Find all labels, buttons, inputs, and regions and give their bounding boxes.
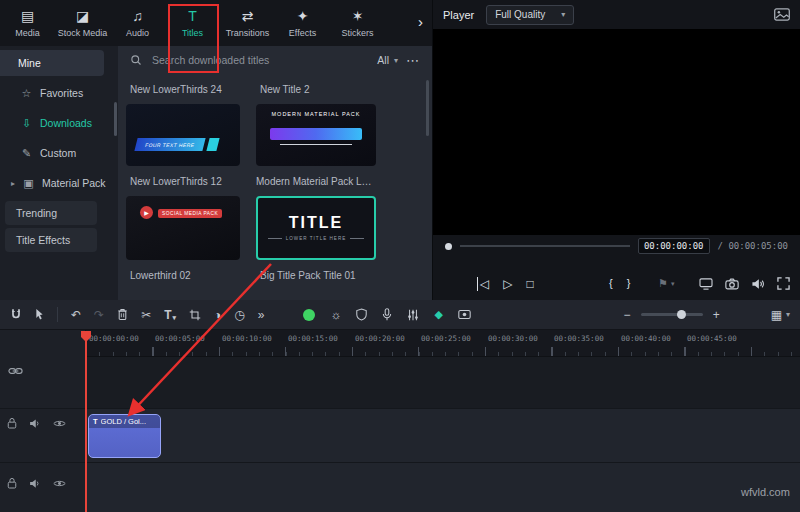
mute-track-icon[interactable] — [29, 478, 41, 489]
voiceover-mic-icon[interactable] — [382, 308, 392, 321]
clip-label: GOLD / Gol... — [101, 417, 146, 426]
playhead-line[interactable] — [85, 336, 87, 512]
toolbar-divider — [57, 307, 58, 322]
track-1[interactable] — [86, 408, 800, 464]
track2-controls — [7, 477, 66, 489]
undo-icon[interactable]: ↶ — [71, 309, 81, 321]
split-scissors-icon[interactable]: ✂ — [141, 309, 151, 321]
sidebar-item-downloads[interactable]: ⇩ Downloads — [0, 108, 118, 138]
mute-track-icon[interactable] — [29, 418, 41, 429]
sidebar-scrollbar[interactable] — [114, 102, 117, 136]
screen-record-icon[interactable] — [458, 309, 471, 320]
timeline-clip-gold-title[interactable]: T GOLD / Gol... — [88, 414, 161, 458]
audio-mixer-icon[interactable] — [407, 309, 419, 321]
pencil-icon: ✎ — [20, 147, 33, 160]
sidebar-item-mine[interactable]: Mine — [0, 50, 104, 76]
preview-tools-group — [699, 277, 790, 290]
player-header: Player Full Quality ▾ — [433, 0, 800, 29]
timeline-ruler[interactable]: 00:00:00:00 00:00:05:00 00:00:10:00 00:0… — [86, 330, 800, 357]
tab-effects[interactable]: ✦ Effects — [275, 9, 330, 38]
filter-dropdown[interactable]: All ▾ — [377, 54, 398, 66]
fit-display-icon[interactable] — [699, 278, 713, 290]
download-icon: ⇩ — [20, 117, 33, 130]
library-scrollbar[interactable] — [426, 80, 429, 136]
stop-button[interactable]: □ — [526, 277, 533, 291]
preview-display-icon[interactable] — [774, 8, 790, 21]
hide-track-icon[interactable] — [53, 419, 66, 428]
mark-out-button[interactable]: } — [627, 277, 631, 289]
transitions-icon: ⇄ — [242, 9, 254, 25]
speed-tool-icon[interactable]: ◷ — [234, 309, 244, 321]
zoom-controls: − + — [624, 309, 720, 321]
chevron-down-icon: ▾ — [561, 10, 565, 19]
template-modern-material-pack[interactable]: MODERN MATERIAL PACK — [256, 104, 376, 166]
crop-icon[interactable] — [189, 309, 201, 321]
more-tabs-button[interactable]: › — [412, 12, 429, 31]
zoom-slider[interactable] — [641, 313, 703, 316]
pointer-tool-icon[interactable] — [35, 308, 44, 321]
chevron-down-icon: ▾ — [671, 280, 675, 290]
template-label: New LowerThirds 24 — [130, 84, 238, 95]
zoom-in-icon[interactable]: + — [713, 309, 720, 321]
zoom-out-icon[interactable]: − — [624, 309, 631, 321]
stickers-icon: ✶ — [352, 9, 364, 25]
keyframe-icon[interactable]: ◆ — [434, 309, 442, 320]
template-lowerthird-02[interactable]: ▶ SOCIAL MEDIA PACK — [126, 196, 240, 260]
chroma-key-icon[interactable] — [303, 309, 315, 321]
timeline-panel: ↶ ↷ ✂ T ▾ ◑ ◷ » ☼ — [0, 300, 800, 512]
quality-dropdown[interactable]: Full Quality ▾ — [486, 5, 574, 25]
tab-stock-media[interactable]: ◪ Stock Media — [55, 9, 110, 38]
more-options-icon[interactable]: ⋯ — [406, 53, 420, 68]
thumb-art-subtitle: LOWER TITLE HERE — [258, 236, 374, 241]
stock-media-icon: ◪ — [76, 9, 89, 25]
tab-titles[interactable]: T Titles — [165, 9, 220, 38]
redo-icon[interactable]: ↷ — [94, 309, 104, 321]
text-tool-icon[interactable]: T ▾ — [164, 309, 176, 321]
template-label: Modern Material Pack Lowe... — [256, 176, 376, 187]
expander-icon[interactable]: ▸ — [11, 179, 15, 188]
template-label: Big Title Pack Title 01 — [260, 270, 376, 281]
lock-track-icon[interactable] — [7, 417, 17, 429]
library-content: All ▾ ⋯ New LowerThirds 24 New Title 2 F… — [118, 46, 432, 300]
transport-group: ◁ ▷ □ — [477, 277, 534, 291]
template-new-lowerthirds-12[interactable]: FOUR TEXT HERE — [126, 104, 240, 166]
sidebar-item-material-pack[interactable]: ▸ ▣ Material Pack — [0, 168, 118, 198]
more-tools-icon[interactable]: » — [258, 309, 265, 321]
track-manager[interactable]: ▦ ▾ — [771, 309, 790, 321]
mark-in-button[interactable]: { — [609, 277, 613, 289]
lock-track-icon[interactable] — [7, 477, 17, 489]
delete-icon[interactable] — [117, 308, 128, 321]
play-badge-icon: ▶ — [140, 206, 153, 219]
sidebar-item-title-effects[interactable]: Title Effects — [5, 228, 97, 252]
zoom-slider-knob[interactable] — [677, 310, 686, 319]
snapshot-camera-icon[interactable] — [725, 278, 739, 290]
seek-track[interactable] — [460, 245, 630, 247]
sidebar-item-custom[interactable]: ✎ Custom — [0, 138, 118, 168]
previous-frame-button[interactable]: ◁ — [477, 277, 489, 291]
volume-icon[interactable] — [751, 278, 765, 290]
link-tracks-icon[interactable] — [8, 366, 23, 376]
marker-flag-button[interactable]: ⚑ ▾ — [658, 277, 674, 290]
template-label: New LowerThirds 12 — [130, 176, 238, 187]
magnet-snap-icon[interactable] — [10, 308, 22, 321]
tab-stickers[interactable]: ✶ Stickers — [330, 9, 385, 38]
sidebar-item-trending[interactable]: Trending — [5, 201, 97, 225]
tab-audio[interactable]: ♫ Audio — [110, 9, 165, 38]
mask-icon[interactable] — [356, 308, 367, 321]
seek-handle[interactable] — [445, 243, 452, 250]
mark-group: { } — [609, 277, 630, 289]
play-button[interactable]: ▷ — [503, 277, 512, 291]
tab-transitions[interactable]: ⇄ Transitions — [220, 9, 275, 38]
hide-track-icon[interactable] — [53, 479, 66, 488]
search-input[interactable] — [150, 53, 369, 67]
template-big-title-pack-title-01[interactable]: TITLE LOWER TITLE HERE — [256, 196, 376, 260]
track-2[interactable] — [86, 462, 800, 512]
total-time: / 00:00:05:00 — [718, 241, 788, 251]
watermark: wfvld.com — [741, 486, 790, 498]
color-tool-icon[interactable]: ◑ — [214, 309, 221, 321]
chevron-down-icon: ▾ — [786, 310, 790, 319]
tab-media[interactable]: ▤ Media — [0, 9, 55, 38]
sidebar-item-favorites[interactable]: ☆ Favorites — [0, 78, 118, 108]
fullscreen-icon[interactable] — [777, 277, 790, 290]
adjust-icon[interactable]: ☼ — [330, 309, 341, 321]
